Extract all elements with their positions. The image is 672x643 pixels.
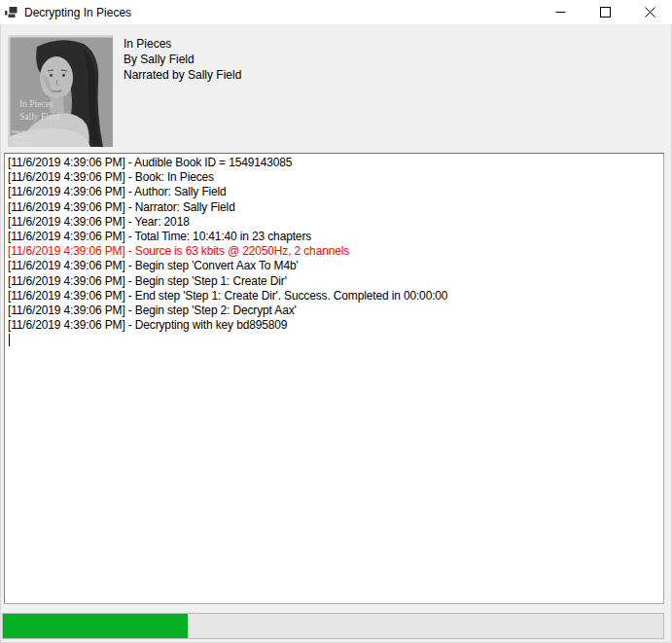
caption-buttons xyxy=(538,0,672,24)
title-bar[interactable]: Decrypting In Pieces xyxy=(0,0,672,24)
log-line: [11/6/2019 4:39:06 PM] - End step 'Step … xyxy=(8,289,660,304)
log-line: [11/6/2019 4:39:06 PM] - Source is 63 kb… xyxy=(8,244,660,259)
app-icon xyxy=(5,6,18,18)
cover-readby-line1: READ BY xyxy=(12,130,27,134)
minimize-button[interactable] xyxy=(538,0,583,24)
cover-author-text: Sally Field xyxy=(19,112,60,122)
book-narrator-label: Narrated by Sally Field xyxy=(124,67,241,83)
app-window: Decrypting In Pieces xyxy=(0,0,672,643)
book-title-label: In Pieces xyxy=(124,36,241,52)
log-line: [11/6/2019 4:39:06 PM] - Book: In Pieces xyxy=(8,170,660,185)
progress-fill xyxy=(3,614,188,638)
log-output-textbox[interactable]: [11/6/2019 4:39:06 PM] - Audible Book ID… xyxy=(4,153,664,604)
minimize-icon xyxy=(555,7,566,18)
maximize-icon xyxy=(600,7,611,18)
cover-unabridged-text: Unabridged xyxy=(12,141,29,145)
log-line: [11/6/2019 4:39:06 PM] - Author: Sally F… xyxy=(8,185,660,199)
log-line: [11/6/2019 4:39:06 PM] - Begin step 'Ste… xyxy=(8,274,660,289)
book-author-label: By Sally Field xyxy=(124,52,241,67)
log-line: [11/6/2019 4:39:06 PM] - Begin step 'Ste… xyxy=(8,304,660,318)
log-lines: [11/6/2019 4:39:06 PM] - Audible Book ID… xyxy=(8,156,660,333)
book-info: In Pieces By Sally Field Narrated by Sal… xyxy=(124,36,241,83)
maximize-button[interactable] xyxy=(583,0,627,24)
log-line: [11/6/2019 4:39:06 PM] - Year: 2018 xyxy=(8,215,660,230)
log-line: [11/6/2019 4:39:06 PM] - Audible Book ID… xyxy=(8,156,660,170)
log-line: [11/6/2019 4:39:06 PM] - Decrypting with… xyxy=(8,318,660,333)
log-line: [11/6/2019 4:39:06 PM] - Total Time: 10:… xyxy=(8,230,660,244)
log-line: [11/6/2019 4:39:06 PM] - Narrator: Sally… xyxy=(8,200,660,215)
text-caret xyxy=(9,334,10,346)
cover-title-text: In Pieces xyxy=(19,99,53,109)
cover-readby-line2: THE AUTHOR xyxy=(12,135,33,139)
close-button[interactable] xyxy=(627,0,672,24)
log-line: [11/6/2019 4:39:06 PM] - Begin step 'Con… xyxy=(8,259,660,273)
book-cover-image: In Pieces Sally Field READ BY THE AUTHOR… xyxy=(8,35,113,147)
window-title: Decrypting In Pieces xyxy=(24,6,538,19)
close-icon xyxy=(645,7,655,18)
progress-bar xyxy=(2,613,664,639)
